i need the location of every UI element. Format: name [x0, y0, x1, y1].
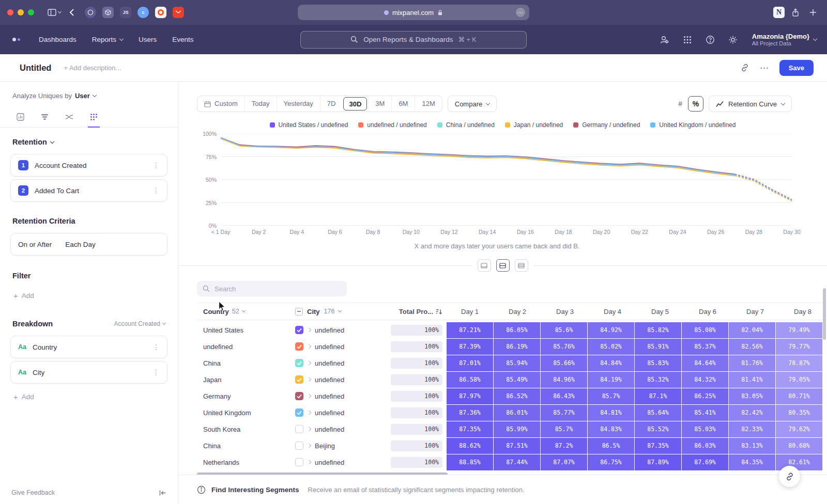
report-title[interactable]: Untitled — [20, 63, 51, 73]
more-options-icon[interactable]: ⋮ — [152, 161, 160, 169]
breakdown-card[interactable]: AaCity⋮ — [10, 361, 167, 384]
date-range-6m[interactable]: 6M — [391, 96, 415, 112]
save-button[interactable]: Save — [779, 60, 814, 76]
share-link-fab[interactable] — [779, 466, 800, 487]
expand-row-icon[interactable] — [307, 444, 311, 448]
breakdown-scope-selector[interactable]: Account Created — [114, 320, 165, 327]
row-checkbox[interactable] — [295, 425, 303, 433]
count-toggle-button[interactable]: # — [672, 96, 688, 112]
legend-item[interactable]: United Kingdom / undefined — [650, 121, 736, 129]
address-bar[interactable]: mixpanel.com ⋯ — [298, 5, 529, 20]
date-range-custom[interactable]: Custom — [197, 96, 244, 112]
more-options-icon[interactable]: ⋮ — [152, 368, 160, 376]
retention-step-card[interactable]: 1Account Created⋮ — [10, 154, 167, 177]
analyze-uniques-row[interactable]: Analyze Uniques by User — [0, 82, 178, 107]
row-checkbox[interactable] — [295, 359, 303, 367]
expand-row-icon[interactable] — [307, 460, 311, 464]
global-search-button[interactable]: Open Reports & Dashboards ⌘ + K — [300, 31, 527, 49]
criteria-on-or-after[interactable]: On or After — [18, 241, 52, 248]
extension-icon-cube[interactable] — [102, 7, 114, 18]
tab-retention[interactable] — [89, 107, 99, 127]
notion-extension-icon[interactable]: N — [773, 7, 785, 18]
expand-row-icon[interactable] — [307, 394, 311, 398]
page-options-icon[interactable]: ⋯ — [516, 8, 525, 17]
page-vertical-scrollbar[interactable] — [823, 288, 826, 340]
share-icon[interactable] — [789, 6, 802, 19]
extension-icon-mail[interactable] — [173, 7, 184, 18]
maximize-window-button[interactable] — [28, 9, 34, 15]
row-checkbox[interactable] — [295, 392, 303, 400]
expand-row-icon[interactable] — [307, 328, 311, 332]
project-switcher[interactable]: Amazonia {Demo} All Project Data — [752, 33, 817, 47]
add-description-button[interactable]: + Add description... — [64, 64, 121, 72]
date-range-7d[interactable]: 7D — [320, 96, 343, 112]
new-tab-icon[interactable] — [806, 6, 820, 19]
more-options-icon[interactable]: ⋯ — [760, 62, 769, 73]
extension-icon-info[interactable] — [85, 7, 96, 18]
table-only-view-button[interactable] — [515, 259, 528, 272]
nav-item-users[interactable]: Users — [139, 36, 157, 43]
give-feedback-link[interactable]: Give Feedback — [11, 489, 55, 496]
row-checkbox[interactable] — [295, 326, 303, 334]
row-checkbox[interactable] — [295, 408, 303, 417]
table-search-input[interactable]: Search — [197, 281, 347, 296]
date-range-today[interactable]: Today — [244, 96, 277, 112]
add-breakdown-button[interactable]: + Add — [0, 386, 178, 407]
legend-item[interactable]: undefined / undefined — [358, 121, 426, 129]
back-button[interactable] — [65, 6, 79, 19]
data-management-icon[interactable] — [659, 34, 670, 45]
percent-toggle-button[interactable]: % — [688, 96, 703, 112]
breakdown-card[interactable]: AaCountry⋮ — [10, 336, 167, 358]
row-checkbox[interactable] — [295, 375, 303, 384]
tab-insights[interactable] — [16, 107, 25, 127]
date-range-3m[interactable]: 3M — [368, 96, 391, 112]
compare-button[interactable]: Compare — [448, 96, 497, 112]
nav-item-dashboards[interactable]: Dashboards — [39, 36, 76, 43]
apps-grid-icon[interactable] — [682, 34, 693, 45]
expand-row-icon[interactable] — [307, 377, 311, 382]
sidebar-toggle-icon[interactable] — [48, 6, 61, 19]
tab-flows[interactable] — [64, 107, 74, 127]
mixpanel-logo[interactable] — [12, 38, 20, 41]
row-checkbox[interactable] — [295, 442, 303, 450]
more-options-icon[interactable]: ⋮ — [152, 186, 160, 195]
country-column-header[interactable]: Country 52 — [197, 308, 295, 316]
extension-icon-js[interactable]: JS — [120, 7, 131, 18]
nav-item-reports[interactable]: Reports — [92, 36, 123, 43]
legend-item[interactable]: Germany / undefined — [573, 121, 640, 129]
split-view-button[interactable] — [496, 259, 510, 272]
expand-row-icon[interactable] — [307, 361, 311, 365]
row-checkbox[interactable] — [295, 458, 303, 466]
date-range-12m[interactable]: 12M — [415, 96, 441, 112]
row-checkbox[interactable] — [295, 342, 303, 351]
chart-type-selector[interactable]: Retention Curve — [709, 96, 792, 112]
more-options-icon[interactable]: ⋮ — [152, 343, 160, 351]
add-filter-button[interactable]: + Add — [0, 285, 178, 306]
expand-row-icon[interactable] — [307, 411, 311, 415]
criteria-each-day[interactable]: Each Day — [65, 241, 96, 248]
extension-icon-app-orange[interactable] — [155, 7, 166, 18]
expand-row-icon[interactable] — [307, 344, 311, 349]
settings-gear-icon[interactable] — [727, 34, 739, 45]
retention-section-heading[interactable]: Retention — [0, 128, 178, 151]
retention-step-card[interactable]: 2Added To Cart⋮ — [10, 179, 167, 202]
close-window-button[interactable] — [7, 9, 13, 15]
legend-item[interactable]: Japan / undefined — [505, 121, 563, 129]
expand-row-icon[interactable] — [307, 427, 311, 431]
city-column-header[interactable]: City 176 — [295, 308, 391, 316]
date-range-yesterday[interactable]: Yesterday — [277, 96, 320, 112]
nav-item-events[interactable]: Events — [172, 36, 193, 43]
retention-criteria-card[interactable]: On or After Each Day — [10, 233, 167, 256]
extension-icon-cloud[interactable]: c — [137, 7, 149, 18]
chart-only-view-button[interactable] — [478, 259, 491, 272]
help-icon[interactable] — [705, 34, 716, 45]
legend-item[interactable]: United States / undefined — [270, 121, 348, 129]
collapse-sidebar-icon[interactable] — [159, 490, 166, 496]
tab-funnels[interactable] — [40, 107, 50, 127]
copy-link-icon[interactable] — [740, 63, 749, 72]
date-range-30d[interactable]: 30D — [343, 97, 367, 111]
minimize-window-button[interactable] — [18, 9, 24, 15]
legend-item[interactable]: China / undefined — [437, 121, 495, 129]
total-column-header[interactable]: Total Pro... — [391, 308, 447, 316]
select-all-checkbox[interactable] — [295, 308, 303, 316]
